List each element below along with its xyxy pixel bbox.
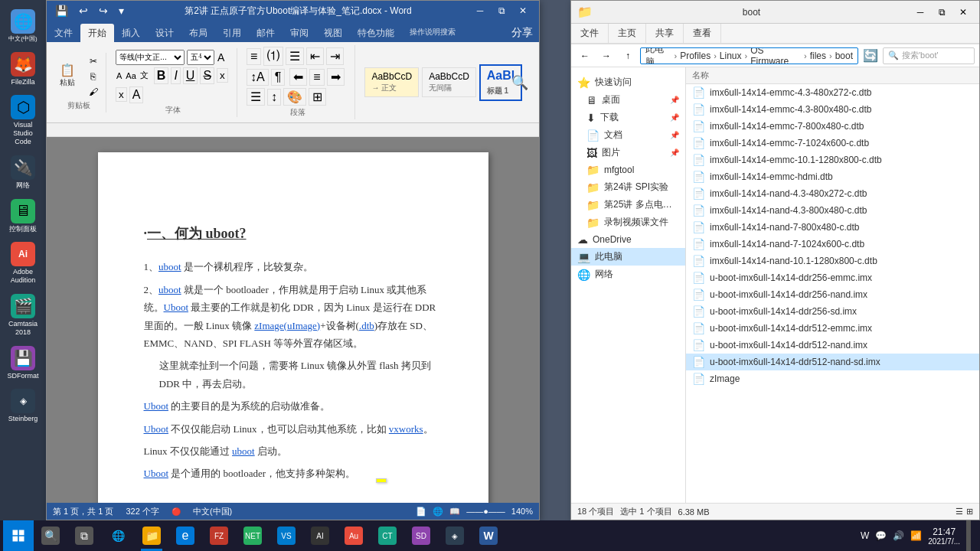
zoom-slider[interactable]: ——●—— bbox=[466, 507, 505, 516]
taskbar-camtasia[interactable]: CT bbox=[371, 520, 404, 551]
up-btn[interactable]: ↑ bbox=[619, 47, 637, 65]
align-left-btn[interactable]: ⬅ bbox=[289, 68, 307, 86]
bold-btn[interactable]: B bbox=[154, 67, 169, 84]
taskbar-app1[interactable]: FZ bbox=[202, 520, 236, 551]
file-item-17[interactable]: 📄 u-boot-imx6ull-14x14-ddr512-nand-sd.im… bbox=[686, 354, 979, 370]
crumb-profiles[interactable]: Profiles bbox=[680, 51, 710, 61]
file-item-12[interactable]: 📄 u-boot-imx6ull-14x14-ddr256-emmc.imx bbox=[686, 269, 979, 286]
file-item-7[interactable]: 📄 imx6ull-14x14-nand-4.3-480x272-c.dtb bbox=[686, 185, 979, 202]
file-item-15[interactable]: 📄 u-boot-imx6ull-14x14-ddr512-emmc.imx bbox=[686, 320, 979, 337]
sort-btn[interactable]: ↕A bbox=[247, 69, 269, 86]
numbering-btn[interactable]: ⑴ bbox=[263, 47, 283, 66]
ribbon-tab-home[interactable]: 开始 bbox=[80, 24, 114, 42]
back-btn[interactable]: ← bbox=[576, 47, 594, 65]
sidebar-item-lesson25[interactable]: 📁 第25讲 多点电容触... bbox=[571, 196, 685, 214]
file-item-10[interactable]: 📄 imx6ull-14x14-nand-7-1024x600-c.dtb bbox=[686, 236, 979, 253]
forward-btn[interactable]: → bbox=[597, 47, 616, 65]
file-item-16[interactable]: 📄 u-boot-imx6ull-14x14-ddr512-nand.imx bbox=[686, 337, 979, 354]
subscript-btn[interactable]: x bbox=[217, 68, 228, 83]
file-item-11[interactable]: 📄 imx6ull-14x14-nand-10.1-1280x800-c.dtb bbox=[686, 253, 979, 269]
sidebar-item-pictures[interactable]: 🖼 图片 📌 bbox=[571, 144, 685, 161]
format-painter-btn[interactable]: 🖌 bbox=[83, 85, 104, 99]
exp-tab-view[interactable]: 查看 bbox=[684, 24, 721, 43]
undo-btn[interactable]: ↩ bbox=[77, 5, 90, 17]
borders-btn[interactable]: ⊞ bbox=[309, 88, 326, 106]
taskbar-network[interactable]: 🌐 bbox=[101, 520, 135, 551]
taskbar-edge[interactable]: e bbox=[168, 520, 202, 551]
taskbar-vscode[interactable]: VS bbox=[270, 520, 303, 551]
word-body[interactable]: ·一、何为 uboot? 1、uboot 是一个裸机程序，比较复杂。 2、ubo… bbox=[47, 137, 539, 503]
exp-minimize-btn[interactable]: ─ bbox=[910, 5, 930, 20]
extra-btn[interactable]: ▾ bbox=[116, 5, 126, 17]
file-item-8[interactable]: 📄 imx6ull-14x14-nand-4.3-800x480-c.dtb bbox=[686, 202, 979, 219]
taskbar-sdformat[interactable]: SD bbox=[404, 520, 438, 551]
sidebar-item-desktop[interactable]: 🖥 桌面 📌 bbox=[571, 91, 685, 109]
ribbon-tab-special[interactable]: 特色功能 bbox=[350, 24, 402, 42]
file-item-13[interactable]: 📄 u-boot-imx6ull-14x14-ddr256-nand.imx bbox=[686, 286, 979, 303]
file-item-14[interactable]: 📄 u-boot-imx6ull-14x14-ddr256-sd.imx bbox=[686, 303, 979, 320]
sidebar-item-network[interactable]: 🌐 网络 bbox=[571, 266, 685, 283]
sidebar-item-mfgtool[interactable]: 📁 mfgtool bbox=[571, 161, 685, 178]
file-item-5[interactable]: 📄 imx6ull-14x14-emmc-10.1-1280x800-c.dtb bbox=[686, 152, 979, 168]
ribbon-tab-view[interactable]: 视图 bbox=[316, 24, 350, 42]
shading-btn[interactable]: 🎨 bbox=[283, 88, 306, 106]
align-center-btn[interactable]: ≡ bbox=[309, 69, 324, 86]
file-item-3[interactable]: 📄 imx6ull-14x14-emmc-7-800x480-c.dtb bbox=[686, 118, 979, 135]
desktop-icon-filezilla[interactable]: 🦊 FileZilla bbox=[4, 49, 42, 90]
copy-btn[interactable]: ⎘ bbox=[83, 70, 104, 83]
crumb-linux[interactable]: Linux bbox=[720, 51, 742, 61]
ribbon-tab-layout[interactable]: 布局 bbox=[181, 24, 215, 42]
font-family-select[interactable]: 等线(中文正... bbox=[116, 50, 185, 65]
desktop-icon-adobe[interactable]: Ai Adobe Audition bbox=[4, 239, 42, 288]
ribbon-tab-references[interactable]: 引用 bbox=[215, 24, 249, 42]
text-color-btn[interactable]: A bbox=[129, 86, 144, 103]
exp-close-btn[interactable]: ✕ bbox=[953, 5, 973, 20]
exp-tab-home[interactable]: 主页 bbox=[609, 24, 646, 43]
restore-button[interactable]: ⧉ bbox=[492, 3, 511, 18]
increase-indent-btn[interactable]: ⇥ bbox=[326, 47, 344, 65]
file-item-6[interactable]: 📄 imx6ull-14x14-emmc-hdmi.dtb bbox=[686, 168, 979, 185]
layout-read-btn[interactable]: 📖 bbox=[449, 507, 460, 517]
crumb-files[interactable]: files bbox=[810, 51, 826, 61]
multilevel-btn[interactable]: ☰ bbox=[286, 47, 304, 65]
search-box[interactable]: 🔍 搜索'boot' bbox=[883, 47, 975, 64]
crumb-boot[interactable]: boot bbox=[835, 51, 853, 61]
show-hide-btn[interactable]: ¶ bbox=[271, 69, 286, 86]
desktop-icon-camtasia[interactable]: 🎬 Camtasia 2018 bbox=[4, 291, 42, 340]
font-size-select[interactable]: 五号 bbox=[187, 50, 214, 65]
file-item-9[interactable]: 📄 imx6ull-14x14-nand-7-800x480-c.dtb bbox=[686, 219, 979, 236]
italic-btn[interactable]: I bbox=[171, 67, 180, 84]
phonetic-btn[interactable]: 文 bbox=[139, 69, 149, 82]
file-item-4[interactable]: 📄 imx6ull-14x14-emmc-7-1024x600-c.dtb bbox=[686, 135, 979, 152]
align-right-btn[interactable]: ➡ bbox=[327, 68, 345, 86]
ribbon-tab-insert[interactable]: 插入 bbox=[114, 24, 148, 42]
ribbon-tab-design[interactable]: 设计 bbox=[148, 24, 181, 42]
sidebar-item-downloads[interactable]: ⬇ 下载 📌 bbox=[571, 109, 685, 126]
redo-btn[interactable]: ↪ bbox=[96, 5, 110, 17]
cut-btn[interactable]: ✂ bbox=[83, 54, 104, 68]
file-item-1[interactable]: 📄 imx6ull-14x14-emmc-4.3-480x272-c.dtb bbox=[686, 84, 979, 101]
decrease-indent-btn[interactable]: ⇤ bbox=[306, 47, 324, 65]
desktop-icon-steinberg[interactable]: ◈ Steinberg bbox=[4, 386, 42, 426]
sidebar-item-quick-access[interactable]: ⭐ 快速访问 bbox=[571, 73, 685, 91]
sidebar-item-recordings[interactable]: 📁 录制视频课文件 bbox=[571, 214, 685, 231]
sidebar-item-lesson24[interactable]: 📁 第24讲 SPI实验 bbox=[571, 178, 685, 196]
taskbar-time[interactable]: 21:47 2021/7/... bbox=[928, 527, 960, 546]
superscript-btn[interactable]: x bbox=[116, 87, 127, 102]
tray-volume[interactable]: 🔊 bbox=[893, 530, 904, 541]
desktop-icon-vscode[interactable]: ⬡ Visual Studio Code bbox=[4, 92, 42, 148]
style-normal[interactable]: AaBbCcD→ 正文 bbox=[364, 67, 419, 97]
ribbon-tab-file[interactable]: 文件 bbox=[47, 24, 80, 42]
file-item-18[interactable]: 📄 zImage bbox=[686, 370, 979, 387]
minimize-button[interactable]: ─ bbox=[470, 3, 490, 18]
start-button[interactable] bbox=[3, 520, 34, 551]
desktop-icon-control-panel[interactable]: 🖥 控制面板 bbox=[4, 196, 42, 236]
justify-btn[interactable]: ☰ bbox=[247, 88, 265, 106]
layout-print-btn[interactable]: 📄 bbox=[416, 507, 426, 517]
desktop-icon-network[interactable]: 🌐 中文(中国) bbox=[4, 6, 42, 46]
taskbar-task-view[interactable]: ⧉ bbox=[67, 520, 101, 551]
ribbon-tab-mail[interactable]: 邮件 bbox=[249, 24, 283, 42]
taskbar-app2[interactable]: NET bbox=[236, 520, 270, 551]
show-desktop-btn[interactable] bbox=[966, 520, 971, 551]
crumb-pc[interactable]: 此电脑 bbox=[645, 47, 671, 64]
